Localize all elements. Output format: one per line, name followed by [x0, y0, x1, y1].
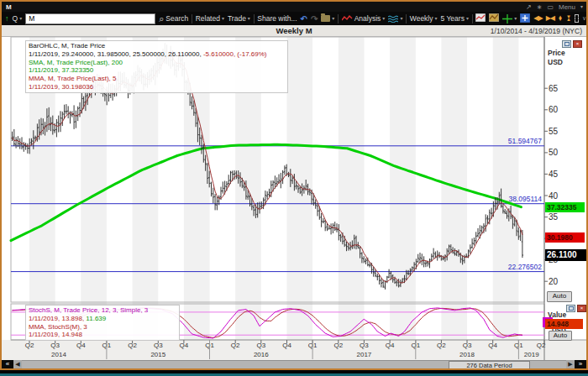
legend-line: MMA, StochS(M), 3	[29, 323, 176, 332]
pin-icon[interactable]: ∗	[537, 3, 543, 11]
chevron-down-icon: ▾	[382, 16, 385, 21]
sma-value-badge: 37.32335	[545, 202, 585, 212]
legend-line: 1/11/2019, 14.948	[29, 331, 176, 339]
related-dropdown[interactable]: Related▾	[196, 14, 224, 23]
scroll-far-left-button[interactable]: «	[2, 360, 13, 368]
stoch-mma-badge: 14.948	[545, 319, 583, 329]
time-scrollbar: « ◀ 276 Data Period ▶ »	[2, 360, 586, 368]
legend-line: MMA, M, Trade Price(Last), 5	[29, 75, 285, 83]
title-bar: M ↗ ∗ ▭ Menu ▾	[2, 2, 586, 12]
toolbar: ↑ Q▾ M ⌕ Search Related▾ Trade▾ Share wi…	[2, 12, 586, 25]
selection-tool-icon[interactable]	[575, 14, 579, 23]
legend-line: 1/11/2019, 37.323350	[29, 66, 285, 75]
auto-scale-button[interactable]: Auto	[549, 331, 572, 341]
security-type-dropdown[interactable]: Q▾	[13, 14, 23, 23]
legend-line: BarOHLC, M, Trade Price	[29, 42, 285, 50]
last-price-badge: 26.1100	[545, 249, 586, 261]
undo-icon[interactable]: ↶	[301, 14, 307, 24]
scrollbar-thumb[interactable]: 276 Data Period	[449, 361, 530, 369]
chart-header: Weekly M 1/10/2014 - 4/19/2019 (NYC)	[2, 25, 586, 37]
panel-window-controls: ×	[562, 40, 582, 48]
external-link-icon[interactable]: ↗	[526, 3, 532, 11]
mma-value-badge: 30.1980	[545, 232, 585, 243]
close-panel-icon[interactable]: ×	[577, 305, 586, 312]
chevron-down-icon: ▾	[19, 16, 22, 21]
window-icon[interactable]: ▭	[547, 3, 554, 11]
stoch-legend[interactable]: StochS, M, Trade Price, 12, 3, Simple, 3…	[25, 305, 180, 341]
scroll-far-right-button[interactable]: »	[575, 360, 586, 368]
restore-panel-icon[interactable]	[566, 305, 575, 312]
folder-dropdown[interactable]: ▾	[321, 15, 334, 22]
more-chevron-icon[interactable]: ∨	[582, 15, 586, 22]
chevron-down-icon: ▾	[400, 16, 402, 21]
security-input[interactable]: M	[25, 13, 155, 24]
add-panel-button[interactable]	[520, 13, 530, 24]
chart-date-range: 1/10/2014 - 4/19/2019 (NYC)	[491, 27, 582, 35]
hourglass-icon[interactable]: ▼▲	[566, 16, 571, 22]
auto-scale-button[interactable]: Auto	[547, 291, 572, 302]
legend-line: SMA, M, Trade Price(Last), 200	[29, 59, 285, 67]
analysis-dropdown[interactable]: Analysis ▾	[342, 14, 386, 23]
search-button[interactable]: ⌕ Search	[159, 14, 188, 24]
chevron-down-icon: ▾	[248, 16, 250, 21]
arrow-up-icon[interactable]: ↑	[5, 14, 9, 23]
waves-icon	[388, 15, 398, 23]
collapse-horizontal-icon[interactable]: ▶◀	[546, 15, 554, 22]
expand-vertical-icon[interactable]: ▲▼	[558, 16, 563, 22]
share-with-button[interactable]: Share with...	[257, 14, 297, 23]
legend-line: 1/11/2019, 30.198036	[29, 83, 285, 91]
chevron-down-icon: ▾	[514, 16, 517, 21]
search-icon: ⌕	[159, 14, 164, 24]
waves-dropdown[interactable]: ▾	[388, 15, 402, 23]
main-legend[interactable]: BarOHLC, M, Trade Price 1/11/2019, 29.24…	[25, 40, 288, 93]
zigzag-icon	[342, 15, 353, 22]
panel-window-controls: ×	[566, 305, 586, 312]
window-title: M	[6, 3, 12, 11]
scroll-right-button[interactable]: ▶	[566, 360, 575, 368]
scrollbar-track[interactable]: 276 Data Period	[22, 360, 566, 368]
redo-icon[interactable]: ↷	[311, 14, 318, 24]
legend-line: 1/11/2019, 13.898, 11.639	[29, 315, 176, 323]
legend-line: StochS, M, Trade Price, 12, 3, Simple, 3	[29, 306, 176, 315]
chart-style-button[interactable]	[475, 13, 486, 24]
price-axis-label: PriceUSD	[548, 49, 565, 67]
scroll-left-button[interactable]: ◀	[13, 360, 22, 368]
chevron-down-icon: ▾	[466, 16, 469, 21]
crosshair-dropdown[interactable]: ▾	[502, 14, 517, 24]
chevron-down-icon: ▾	[580, 4, 583, 9]
chevron-down-icon: ▾	[435, 16, 438, 21]
folder-icon	[321, 15, 330, 22]
legend-line: 1/11/2019, 29.240000, 31.985000, 25.5000…	[29, 50, 285, 59]
chevron-down-icon: ▾	[332, 16, 334, 21]
menu-button[interactable]: Menu	[559, 3, 575, 11]
chevron-down-icon: ▾	[222, 16, 224, 21]
close-panel-icon[interactable]: ×	[573, 40, 582, 48]
crosshair-icon	[502, 14, 512, 24]
trade-dropdown[interactable]: Trade▾	[228, 14, 250, 23]
restore-panel-icon[interactable]	[562, 40, 571, 48]
period-dropdown[interactable]: Weekly▾	[410, 14, 438, 23]
range-dropdown[interactable]: 5 Years▾	[441, 14, 469, 23]
expand-horizontal-icon[interactable]: ◀▶	[533, 15, 542, 22]
chart-settings-button[interactable]	[489, 13, 499, 24]
